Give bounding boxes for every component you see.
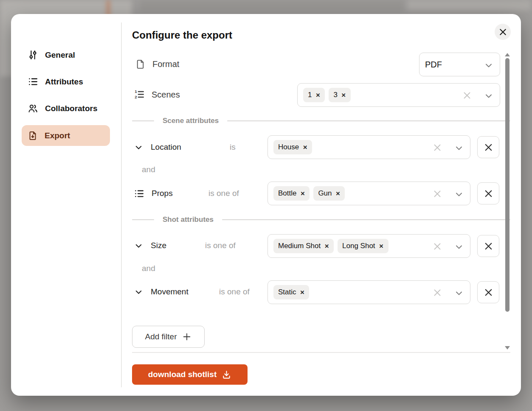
filter-tag: Gun ✕ [313, 186, 345, 201]
filter-tag: House ✕ [273, 140, 312, 154]
filter-name: Size [151, 241, 166, 250]
clear-icon[interactable] [432, 241, 443, 252]
add-filter-button[interactable]: Add filter [132, 326, 205, 348]
remove-tag-icon[interactable]: ✕ [336, 190, 341, 197]
clear-icon[interactable] [462, 90, 473, 101]
scene-tag: 3 ✕ [329, 88, 350, 102]
chevron-down-icon[interactable] [134, 287, 144, 297]
remove-tag-icon[interactable]: ✕ [341, 92, 346, 98]
section-title: Shot attributes [163, 215, 214, 224]
remove-tag-icon[interactable]: ✕ [324, 243, 329, 249]
props-select[interactable]: Bottle ✕ Gun ✕ [267, 182, 470, 205]
list-icon [134, 188, 144, 199]
scenes-row-label: 1 2 Scenes [134, 89, 180, 101]
remove-tag-icon[interactable]: ✕ [300, 289, 305, 296]
chevron-down-icon[interactable] [454, 242, 464, 252]
divider-line [222, 219, 510, 220]
plus-icon [182, 332, 191, 341]
scrollbar-down-arrow[interactable] [505, 346, 510, 349]
remove-tag-icon[interactable]: ✕ [300, 190, 305, 197]
scene-attributes-divider: Scene attributes [132, 115, 510, 127]
chevron-down-icon[interactable] [484, 60, 494, 70]
chevron-down-icon[interactable] [454, 189, 464, 199]
footer-divider [132, 352, 510, 353]
remove-filter-button[interactable] [477, 281, 499, 303]
export-dialog: General Attributes Collaborators [11, 14, 521, 396]
ordered-list-icon: 1 2 [134, 89, 145, 100]
filter-props-label: Props [134, 187, 173, 199]
scrollbar-up-arrow[interactable] [505, 53, 510, 56]
divider-line [227, 120, 510, 121]
scene-tag: 1 ✕ [303, 88, 325, 102]
remove-filter-button[interactable] [477, 235, 499, 257]
divider-line [132, 219, 154, 220]
filter-condition: is one of [219, 286, 250, 298]
file-download-icon [28, 130, 38, 141]
sidebar-item-general[interactable]: General [22, 45, 110, 65]
svg-text:1: 1 [135, 89, 137, 94]
divider-line [132, 120, 154, 121]
scenes-select[interactable]: 1 ✕ 3 ✕ [297, 83, 500, 107]
remove-filter-button[interactable] [477, 136, 499, 158]
scene-tag-text: 3 [333, 91, 337, 99]
filter-movement-label: Movement [134, 286, 189, 298]
filter-tag-text: Static [278, 288, 296, 296]
backdrop-card-right [408, 0, 531, 10]
scenes-label: Scenes [152, 90, 180, 100]
sidebar-item-label: Collaborators [45, 104, 98, 113]
dialog-content: Configure the export Format PDF 1 [132, 14, 510, 396]
filter-name: Location [151, 143, 181, 152]
filter-tag-text: Medium Shot [278, 242, 321, 250]
size-select[interactable]: Medium Shot ✕ Long Shot ✕ [267, 234, 470, 258]
scrollbar-thumb[interactable] [505, 58, 509, 312]
clear-icon[interactable] [432, 142, 443, 153]
movement-select[interactable]: Static ✕ [267, 280, 470, 304]
download-shotlist-label: download shotlist [148, 370, 217, 379]
clear-icon[interactable] [432, 287, 443, 298]
file-icon [135, 58, 146, 70]
svg-text:2: 2 [135, 95, 137, 99]
format-label: Format [152, 59, 179, 69]
filter-tag: Static ✕ [273, 285, 309, 299]
sliders-icon [28, 50, 38, 60]
format-value: PDF [425, 60, 442, 70]
format-select[interactable]: PDF [419, 53, 500, 76]
chevron-down-icon[interactable] [484, 91, 494, 101]
remove-tag-icon[interactable]: ✕ [315, 92, 320, 98]
remove-tag-icon[interactable]: ✕ [379, 243, 384, 249]
filter-tag: Medium Shot ✕ [273, 239, 334, 253]
chevron-down-icon[interactable] [134, 241, 144, 251]
format-row-label: Format [135, 58, 179, 70]
filter-connector: and [142, 264, 155, 273]
filter-name: Props [152, 189, 173, 198]
close-button[interactable] [495, 24, 511, 40]
sidebar-item-collaborators[interactable]: Collaborators [22, 98, 110, 119]
location-select[interactable]: House ✕ [267, 135, 470, 159]
sidebar-item-export[interactable]: Export [22, 125, 110, 146]
chevron-down-icon[interactable] [134, 143, 144, 152]
add-filter-label: Add filter [145, 332, 177, 341]
filter-tag-text: Bottle [278, 189, 296, 198]
filter-tag-text: Long Shot [342, 242, 375, 250]
clear-icon[interactable] [432, 188, 443, 199]
remove-filter-button[interactable] [477, 182, 499, 204]
backdrop-toolbar [140, 0, 403, 12]
sidebar-item-label: General [45, 50, 75, 60]
section-title: Scene attributes [163, 117, 219, 125]
sidebar-divider [121, 22, 122, 387]
filter-name: Movement [151, 287, 189, 296]
filter-size-label: Size [134, 240, 166, 252]
chevron-down-icon[interactable] [454, 143, 464, 153]
download-icon [222, 370, 231, 380]
filter-tag: Long Shot ✕ [338, 239, 388, 253]
sidebar-item-attributes[interactable]: Attributes [22, 71, 110, 92]
sidebar-item-label: Attributes [45, 77, 83, 87]
sidebar-item-label: Export [45, 131, 70, 140]
scene-tag-text: 1 [308, 91, 312, 99]
filter-location-label: Location [134, 141, 181, 153]
chevron-down-icon[interactable] [454, 288, 464, 298]
list-icon [28, 76, 38, 87]
dialog-title: Configure the export [132, 29, 232, 41]
download-shotlist-button[interactable]: download shotlist [132, 364, 248, 385]
remove-tag-icon[interactable]: ✕ [303, 144, 307, 151]
